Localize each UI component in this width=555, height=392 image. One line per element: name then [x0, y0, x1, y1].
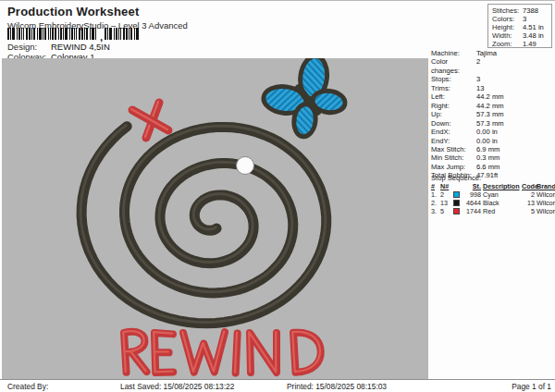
- info-value: 57.3 mm: [476, 119, 504, 128]
- info-label: Max Stitch:: [431, 145, 476, 153]
- info-row: Left:44.2 mm: [428, 92, 555, 101]
- stop-row-brand: Wilcom: [536, 190, 555, 199]
- stat-value: 4.51 in: [523, 23, 544, 31]
- letter-r: [123, 331, 146, 373]
- barcode-icon: [105, 28, 140, 41]
- design-value: REWIND 4,5IN: [51, 42, 110, 52]
- info-value: 0.00 in: [476, 128, 498, 136]
- info-label: EndY:: [431, 137, 476, 145]
- info-row: EndY:0.00 in: [428, 137, 555, 145]
- thread-swatch: [453, 208, 460, 214]
- stop-sequence-header: Description: [483, 182, 522, 190]
- info-label: Max Jump:: [431, 163, 476, 171]
- letter-n: [249, 332, 277, 373]
- thread-swatch: [453, 191, 460, 198]
- stop-row-num: 2.: [431, 199, 440, 207]
- thread-swatch-cell: [453, 200, 464, 206]
- stop-row-stitches: 998: [464, 190, 483, 199]
- stat-value: 7388: [523, 6, 538, 15]
- info-value: 2: [476, 57, 480, 75]
- stats-box: Stitches:7388Colors:3Height:4.51 inWidth…: [487, 4, 552, 48]
- stop-row-stitches: 1744: [464, 207, 483, 215]
- info-label: Right:: [431, 102, 476, 110]
- info-value: 57.3 mm: [476, 110, 504, 118]
- info-label: Up:: [431, 110, 476, 118]
- stop-row-code: 2: [522, 190, 536, 199]
- stat-row: Stitches:7388: [492, 6, 551, 15]
- info-row: Max Jump:6.6 mm: [428, 163, 555, 171]
- stat-value: 1.49: [523, 40, 536, 48]
- created-by-label: Created By:: [7, 382, 48, 391]
- spiral-stitch-graphic: [80, 126, 327, 324]
- design-barcode: ,: [7, 28, 140, 41]
- jump-point-marker: [237, 157, 254, 175]
- info-row: Min Stitch:0.3 mm: [428, 153, 555, 162]
- printed-label: Printed: 15/08/2025 08:15:03: [287, 382, 387, 391]
- stop-sequence-header: Code: [522, 182, 536, 190]
- info-value: 0.00 in: [476, 137, 498, 145]
- design-name-row: Design: REWIND 4,5IN: [7, 42, 110, 52]
- info-row: Max Stitch:6.9 mm: [428, 145, 555, 153]
- info-value: 0.3 mm: [476, 153, 500, 162]
- stat-row: Width:3.48 in: [492, 31, 551, 40]
- stop-row-code: 5: [522, 207, 536, 215]
- letter-d: [292, 331, 321, 373]
- info-label: Trims:: [431, 84, 476, 92]
- stat-row: Colors:3: [492, 15, 551, 23]
- info-value: 44.2 mm: [476, 92, 504, 101]
- stop-sequence-header: St.: [464, 182, 483, 190]
- footer: Created By: Last Saved: 15/08/2025 08:13…: [0, 379, 555, 392]
- stop-sequence-header: Brand: [536, 182, 555, 190]
- stat-label: Width:: [492, 31, 523, 40]
- stat-value: 3: [523, 15, 526, 23]
- info-label: EndX:: [431, 128, 476, 136]
- info-value: 6.9 mm: [476, 145, 500, 153]
- info-value: 44.2 mm: [476, 102, 504, 110]
- stat-value: 3.48 in: [523, 31, 544, 40]
- info-value: 6.6 mm: [476, 163, 500, 171]
- stop-row-stitches: 4644: [464, 199, 483, 207]
- info-value: Tajima: [476, 49, 497, 57]
- design-label: Design:: [7, 42, 51, 52]
- stop-row-num: 1.: [431, 190, 440, 199]
- stat-row: Height:4.51 in: [492, 23, 551, 31]
- stop-row-description: Cyan: [483, 190, 522, 199]
- thread-swatch: [453, 200, 460, 206]
- stop-row-needle: 13: [440, 199, 453, 207]
- stop-row-needle: 2: [440, 190, 453, 199]
- stop-sequence-table: #N#St.DescriptionCodeBrand1.2998Cyan2Wil…: [431, 182, 553, 215]
- last-saved-label: Last Saved: 15/08/2025 08:13:22: [120, 382, 234, 391]
- letter-i: [231, 332, 241, 373]
- info-row: Right:44.2 mm: [428, 102, 555, 110]
- info-row: Color changes:2: [428, 57, 555, 75]
- info-label: Stops:: [431, 75, 476, 83]
- stop-sequence-title: Stop Sequence:: [431, 174, 481, 182]
- thread-swatch-cell: [453, 191, 464, 198]
- stop-row-code: 13: [522, 199, 536, 207]
- stop-row-brand: Wilcom: [536, 207, 555, 215]
- letter-e: [153, 332, 174, 373]
- info-label: Min Stitch:: [431, 153, 476, 162]
- info-row: Machine:Tajima: [428, 49, 555, 57]
- barcode-separator: ,: [100, 33, 103, 41]
- stop-row-description: Black: [483, 199, 522, 207]
- info-row: Stops:3: [428, 75, 555, 83]
- info-row: Down:57.3 mm: [428, 119, 555, 128]
- thread-swatch-cell: [453, 208, 464, 214]
- info-label: Down:: [431, 119, 476, 128]
- stat-row: Zoom:1.49: [492, 40, 551, 48]
- stop-row-description: Red: [483, 207, 522, 215]
- stat-label: Stitches:: [492, 6, 523, 15]
- stat-label: Zoom:: [492, 40, 523, 48]
- info-value: 3: [476, 75, 480, 83]
- stop-sequence-header: #: [431, 182, 440, 190]
- info-value: 13: [476, 84, 484, 92]
- production-worksheet-page: Production Worksheet Wilcom EmbroiderySt…: [0, 0, 555, 392]
- design-canvas: [2, 58, 428, 380]
- embroidery-design-graphic: [2, 58, 428, 380]
- rewind-lettering: [123, 331, 321, 374]
- stop-row-needle: 5: [440, 207, 453, 215]
- info-row: Trims:13: [428, 84, 555, 92]
- stat-label: Height:: [492, 23, 523, 31]
- stop-row-brand: Wilcom: [536, 199, 555, 207]
